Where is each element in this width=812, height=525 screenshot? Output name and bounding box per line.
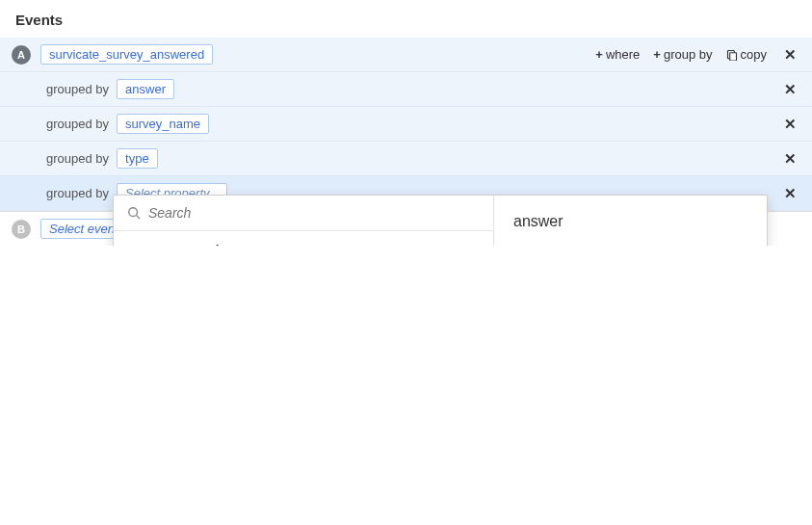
grouped-by-label: grouped by xyxy=(46,117,109,131)
copy-button[interactable]: copy xyxy=(726,47,767,62)
dropdown-detail-pane: answer No description yet, can you add o… xyxy=(494,196,767,246)
search-input[interactable] xyxy=(148,205,480,221)
property-list[interactable]: Event Properties answer integrationID qu… xyxy=(114,231,493,246)
search-icon xyxy=(127,206,141,220)
remove-group-button[interactable]: ✕ xyxy=(780,185,800,202)
event-badge-b: B xyxy=(12,220,31,239)
svg-rect-1 xyxy=(729,52,736,60)
section-title: Events xyxy=(0,0,812,38)
remove-group-button[interactable]: ✕ xyxy=(780,150,800,168)
property-dropdown: Event Properties answer integrationID qu… xyxy=(113,195,768,246)
group-by-button[interactable]: +group by xyxy=(653,47,712,62)
group-row-answer: grouped by answer ✕ xyxy=(0,72,812,107)
group-pill-type[interactable]: type xyxy=(117,148,158,169)
event-row-a: A survicate_survey_answered +where +grou… xyxy=(0,38,812,72)
remove-event-button[interactable]: ✕ xyxy=(780,46,800,64)
group-pill-survey-name[interactable]: survey_name xyxy=(117,114,209,134)
dropdown-list-pane: Event Properties answer integrationID qu… xyxy=(114,196,494,246)
event-a-block: A survicate_survey_answered +where +grou… xyxy=(0,38,812,212)
grouped-by-label: grouped by xyxy=(46,186,109,200)
plus-icon: + xyxy=(653,47,661,62)
select-event-pill[interactable]: Select even xyxy=(40,219,123,239)
svg-point-2 xyxy=(129,208,138,217)
where-button[interactable]: +where xyxy=(595,47,640,62)
detail-title: answer xyxy=(513,213,747,230)
grouped-by-label: grouped by xyxy=(46,82,109,96)
remove-group-button[interactable]: ✕ xyxy=(780,116,800,133)
remove-group-button[interactable]: ✕ xyxy=(780,81,800,98)
plus-icon: + xyxy=(595,47,603,62)
group-row-survey-name: grouped by survey_name ✕ xyxy=(0,107,812,142)
property-list-header: Event Properties xyxy=(114,231,493,246)
group-row-type: grouped by type ✕ xyxy=(0,142,812,176)
grouped-by-label: grouped by xyxy=(46,151,109,166)
copy-icon xyxy=(726,49,738,61)
group-pill-answer[interactable]: answer xyxy=(117,79,174,99)
svg-line-3 xyxy=(137,216,141,220)
event-name-pill[interactable]: survicate_survey_answered xyxy=(40,44,213,65)
event-badge-a: A xyxy=(12,45,31,65)
search-row xyxy=(114,196,493,231)
